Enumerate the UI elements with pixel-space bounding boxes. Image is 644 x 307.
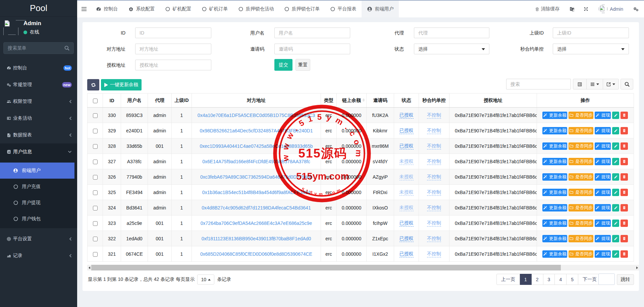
svg-text:515源码: 515源码 [298,146,347,160]
svg-text:515ym.com: 515ym.com [301,187,343,197]
svg-text:515ym.com: 515ym.com [296,171,349,182]
